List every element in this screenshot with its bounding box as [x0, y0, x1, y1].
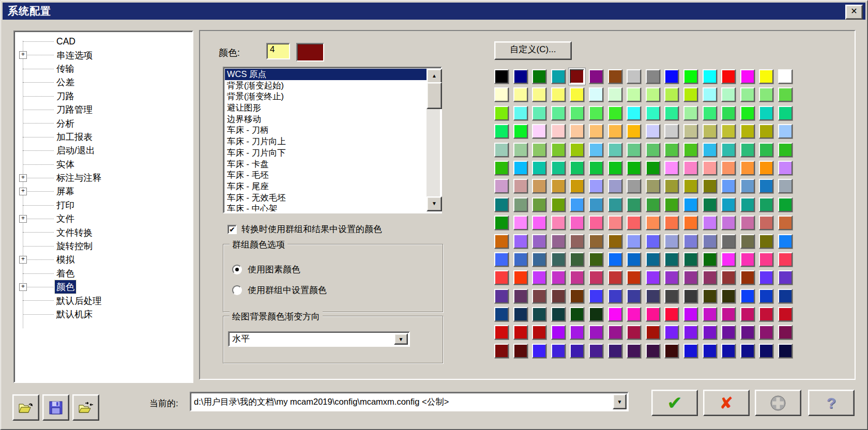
- expand-icon[interactable]: +: [19, 188, 27, 195]
- palette-swatch[interactable]: [740, 216, 755, 230]
- palette-swatch[interactable]: [703, 234, 717, 249]
- tree-item[interactable]: 默认机床: [14, 308, 192, 321]
- palette-swatch[interactable]: [589, 124, 603, 139]
- palette-swatch[interactable]: [494, 216, 509, 230]
- palette-swatch[interactable]: [608, 161, 622, 175]
- palette-swatch[interactable]: [683, 87, 698, 102]
- ok-button[interactable]: ✔: [651, 390, 698, 416]
- tree-item-label[interactable]: 颜色: [55, 280, 76, 294]
- tree-item-label[interactable]: 串连选项: [55, 49, 94, 62]
- palette-swatch[interactable]: [721, 252, 736, 267]
- palette-swatch[interactable]: [589, 325, 603, 340]
- palette-swatch[interactable]: [513, 270, 528, 285]
- list-item[interactable]: 车床 - 刀片向上: [225, 136, 427, 147]
- palette-swatch[interactable]: [703, 179, 717, 193]
- palette-swatch[interactable]: [646, 270, 660, 285]
- palette-swatch[interactable]: [513, 87, 528, 102]
- palette-swatch[interactable]: [570, 270, 584, 285]
- palette-swatch[interactable]: [759, 325, 773, 340]
- close-icon[interactable]: ✕: [845, 5, 863, 20]
- palette-swatch[interactable]: [494, 344, 509, 358]
- palette-swatch[interactable]: [570, 143, 584, 157]
- palette-swatch[interactable]: [759, 161, 773, 175]
- tree-item[interactable]: 旋转控制: [14, 239, 192, 253]
- palette-swatch[interactable]: [703, 325, 717, 340]
- palette-swatch[interactable]: [608, 325, 622, 340]
- help-button[interactable]: ?: [808, 390, 855, 416]
- palette-swatch[interactable]: [646, 179, 660, 193]
- palette-swatch[interactable]: [721, 69, 736, 84]
- palette-swatch[interactable]: [703, 252, 717, 267]
- palette-swatch[interactable]: [551, 252, 566, 267]
- list-item[interactable]: 边界移动: [225, 114, 427, 125]
- palette-swatch[interactable]: [683, 124, 698, 139]
- palette-swatch[interactable]: [740, 344, 755, 358]
- palette-swatch[interactable]: [703, 87, 717, 102]
- tree-item-label[interactable]: 屏幕: [55, 185, 76, 198]
- palette-swatch[interactable]: [721, 179, 736, 193]
- palette-swatch[interactable]: [513, 289, 528, 303]
- palette-swatch[interactable]: [664, 325, 679, 340]
- tree-item[interactable]: 默认后处理: [14, 294, 192, 307]
- palette-swatch[interactable]: [570, 197, 584, 212]
- palette-swatch[interactable]: [608, 344, 622, 358]
- use-group-colors-checkbox[interactable]: ✔: [227, 225, 237, 234]
- palette-swatch[interactable]: [646, 69, 660, 84]
- palette-swatch[interactable]: [683, 179, 698, 193]
- palette-swatch[interactable]: [532, 143, 546, 157]
- palette-swatch[interactable]: [532, 179, 546, 193]
- palette-swatch[interactable]: [608, 289, 622, 303]
- config-tree[interactable]: CAD+串连选项传输公差刀路刀路管理分析加工报表启动/退出实体+标注与注释+屏幕…: [13, 30, 193, 383]
- palette-swatch[interactable]: [589, 161, 603, 175]
- expand-icon[interactable]: +: [19, 51, 27, 59]
- palette-swatch[interactable]: [627, 325, 641, 340]
- palette-swatch[interactable]: [703, 69, 717, 84]
- tree-item[interactable]: 传输: [14, 62, 192, 75]
- palette-swatch[interactable]: [551, 179, 566, 193]
- tree-item[interactable]: 刀路: [14, 89, 192, 103]
- palette-swatch[interactable]: [494, 307, 509, 321]
- palette-swatch[interactable]: [494, 179, 509, 193]
- tree-item-label[interactable]: 公差: [55, 75, 76, 89]
- palette-swatch[interactable]: [551, 143, 566, 157]
- palette-swatch[interactable]: [740, 124, 755, 139]
- palette-swatch[interactable]: [721, 307, 736, 321]
- palette-swatch[interactable]: [683, 307, 698, 321]
- palette-swatch[interactable]: [608, 270, 622, 285]
- palette-swatch[interactable]: [608, 252, 622, 267]
- palette-swatch[interactable]: [608, 87, 622, 102]
- palette-swatch[interactable]: [608, 197, 622, 212]
- palette-swatch[interactable]: [759, 252, 773, 267]
- palette-swatch[interactable]: [721, 325, 736, 340]
- palette-swatch[interactable]: [664, 179, 679, 193]
- palette-swatch[interactable]: [664, 124, 679, 139]
- palette-swatch[interactable]: [646, 216, 660, 230]
- palette-swatch[interactable]: [513, 143, 528, 157]
- palette-swatch[interactable]: [570, 307, 584, 321]
- palette-swatch[interactable]: [551, 216, 566, 230]
- palette-swatch[interactable]: [740, 252, 755, 267]
- palette-swatch[interactable]: [664, 270, 679, 285]
- palette-swatch[interactable]: [759, 216, 773, 230]
- tree-item-label[interactable]: 加工报表: [55, 130, 94, 144]
- palette-swatch[interactable]: [646, 161, 660, 175]
- palette-swatch[interactable]: [703, 106, 717, 120]
- palette-swatch[interactable]: [513, 234, 528, 249]
- palette-swatch[interactable]: [513, 106, 528, 120]
- group-color-radio[interactable]: [232, 285, 242, 295]
- merge-config-button[interactable]: [72, 394, 99, 421]
- palette-swatch[interactable]: [570, 106, 584, 120]
- palette-swatch[interactable]: [532, 307, 546, 321]
- palette-swatch[interactable]: [532, 344, 546, 358]
- palette-swatch[interactable]: [532, 234, 546, 249]
- palette-swatch[interactable]: [551, 307, 566, 321]
- palette-swatch[interactable]: [551, 87, 566, 102]
- palette-swatch[interactable]: [551, 197, 566, 212]
- palette-swatch[interactable]: [589, 270, 603, 285]
- tree-item[interactable]: +串连选项: [14, 48, 192, 62]
- tree-item-label[interactable]: CAD: [55, 36, 77, 48]
- palette-swatch[interactable]: [589, 179, 603, 193]
- palette-swatch[interactable]: [513, 216, 528, 230]
- palette-swatch[interactable]: [570, 161, 584, 175]
- palette-swatch[interactable]: [570, 216, 584, 230]
